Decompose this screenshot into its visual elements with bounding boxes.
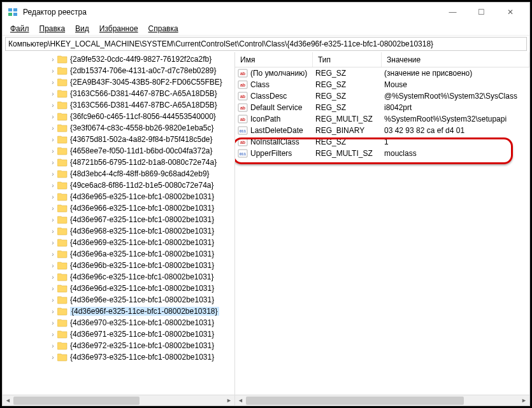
folder-icon (57, 112, 68, 121)
values-list[interactable]: ab(По умолчанию)REG_SZ(значение не присв… (235, 67, 529, 395)
tree-item[interactable]: ›{48721b56-6795-11d2-b1a8-0080c72e74a} (3, 157, 234, 168)
col-header-type[interactable]: Тип (313, 52, 382, 67)
tree-item[interactable]: ›{43675d81-502a-4a82-9f84-b75f418c5de} (3, 134, 234, 145)
chevron-right-icon[interactable]: › (48, 182, 57, 189)
chevron-right-icon[interactable]: › (48, 251, 57, 258)
tree-item[interactable]: ›{4d36e968-e325-11ce-bfc1-08002be1031} (3, 225, 234, 237)
value-row[interactable]: abDefault ServiceREG_SZi8042prt (235, 102, 529, 113)
chevron-right-icon[interactable]: › (48, 56, 57, 63)
tree-item[interactable]: ›{4658ee7e-f050-11d1-b6bd-00c04fa372a} (3, 145, 234, 157)
chevron-right-icon[interactable]: › (48, 239, 57, 246)
tree-item[interactable]: ›{49ce6ac8-6f86-11d2-b1e5-0080c72e74a} (3, 179, 234, 191)
chevron-right-icon[interactable]: › (48, 331, 57, 338)
tree-item[interactable]: ›{48d3ebc4-4cf8-48ff-b869-9c68ad42eb9} (3, 168, 234, 179)
folder-icon (57, 284, 68, 293)
values-pane: Имя Тип Значение ab(По умолчанию)REG_SZ(… (235, 52, 529, 405)
minimize-button[interactable]: — (438, 3, 467, 22)
chevron-right-icon[interactable]: › (48, 159, 57, 166)
tree-item[interactable]: ›{4d36e967-e325-11ce-bfc1-08002be1031} (3, 214, 234, 225)
value-data: (значение не присвоено) (384, 69, 529, 78)
tree-item[interactable]: ›{3163C566-D381-4467-87BC-A65A18D5B} (3, 99, 234, 111)
chevron-right-icon[interactable]: › (48, 113, 57, 120)
chevron-right-icon[interactable]: › (48, 193, 57, 200)
menu-view[interactable]: Вид (70, 23, 94, 34)
chevron-right-icon[interactable]: › (48, 205, 57, 212)
scroll-track[interactable] (246, 395, 519, 406)
chevron-right-icon[interactable]: › (48, 308, 57, 315)
tree-item[interactable]: ›{3163C566-D381-4467-87BC-A65A18D5B} (3, 88, 234, 99)
chevron-right-icon[interactable]: › (48, 216, 57, 223)
registry-tree[interactable]: ›{2a9fe532-0cdc-44f9-9827-76192f2ca2fb}›… (3, 52, 234, 395)
tree-item[interactable]: ›{2db15374-706e-4131-a0c7-d7c78eb0289} (3, 65, 234, 76)
chevron-right-icon[interactable]: › (48, 285, 57, 292)
tree-item[interactable]: ›{36fc9e60-c465-11cf-8056-444553540000} (3, 111, 234, 122)
tree-item[interactable]: ›{4d36e972-e325-11ce-bfc1-08002be1031} (3, 340, 234, 351)
value-row[interactable]: abClassREG_SZMouse (235, 79, 529, 90)
value-row[interactable]: 011LastDeleteDateREG_BINARY03 42 93 82 c… (235, 125, 529, 136)
chevron-right-icon[interactable]: › (48, 297, 57, 304)
address-bar[interactable]: Компьютер\HKEY_LOCAL_MACHINE\SYSTEM\Curr… (5, 37, 527, 51)
tree-item[interactable]: ›{4d36e96e-e325-11ce-bfc1-08002be1031} (3, 294, 234, 306)
tree-item-label: {3e3f0674-c83c-4558-bb26-9820e1eba5c} (70, 123, 214, 132)
tree-pane: ›{2a9fe532-0cdc-44f9-9827-76192f2ca2fb}›… (3, 52, 235, 405)
chevron-right-icon[interactable]: › (48, 354, 57, 361)
chevron-right-icon[interactable]: › (48, 274, 57, 281)
tree-item[interactable]: ›{2a9fe532-0cdc-44f9-9827-76192f2ca2fb} (3, 53, 234, 65)
chevron-right-icon[interactable]: › (48, 148, 57, 155)
scroll-thumb[interactable] (246, 397, 464, 405)
value-data: i8042prt (384, 103, 529, 112)
col-header-name[interactable]: Имя (235, 52, 313, 67)
menu-help[interactable]: Справка (143, 23, 183, 34)
tree-hscrollbar[interactable]: ◄ ► (3, 395, 234, 405)
value-row[interactable]: ab(По умолчанию)REG_SZ(значение не присв… (235, 67, 529, 79)
scroll-right-icon[interactable]: ► (519, 395, 529, 406)
tree-item-label: {3163C566-D381-4467-87BC-A65A18D5B} (70, 89, 217, 98)
close-button[interactable]: ✕ (496, 3, 524, 22)
scroll-left-icon[interactable]: ◄ (3, 395, 13, 406)
chevron-right-icon[interactable]: › (48, 136, 57, 143)
chevron-right-icon[interactable]: › (48, 79, 57, 86)
tree-item[interactable]: ›{4d36e965-e325-11ce-bfc1-08002be1031} (3, 191, 234, 202)
value-row[interactable]: abIconPathREG_MULTI_SZ%SystemRoot%\Syste… (235, 113, 529, 125)
scroll-track[interactable] (13, 395, 224, 406)
tree-item[interactable]: ›{4d36e970-e325-11ce-bfc1-08002be1031} (3, 317, 234, 328)
chevron-right-icon[interactable]: › (48, 67, 57, 74)
chevron-right-icon[interactable]: › (48, 102, 57, 109)
folder-icon (57, 192, 68, 201)
scroll-left-icon[interactable]: ◄ (235, 395, 246, 406)
svg-text:ab: ab (240, 83, 245, 87)
col-header-data[interactable]: Значение (382, 52, 529, 67)
chevron-right-icon[interactable]: › (48, 342, 57, 349)
tree-item-label: {4d36e96d-e325-11ce-bfc1-08002be1031} (70, 284, 214, 293)
list-hscrollbar[interactable]: ◄ ► (235, 395, 529, 405)
maximize-button[interactable]: ☐ (467, 3, 496, 22)
menu-favorites[interactable]: Избранное (94, 23, 143, 34)
tree-item[interactable]: ›{4d36e96c-e325-11ce-bfc1-08002be1031} (3, 271, 234, 283)
tree-item[interactable]: ›{4d36e96a-e325-11ce-bfc1-08002be1031} (3, 248, 234, 260)
menu-file[interactable]: Файл (5, 23, 34, 34)
titlebar[interactable]: Редактор реестра — ☐ ✕ (3, 3, 529, 22)
chevron-right-icon[interactable]: › (48, 125, 57, 132)
chevron-right-icon[interactable]: › (48, 90, 57, 97)
menu-edit[interactable]: Правка (34, 23, 71, 34)
tree-item-label: {4d36e971-e325-11ce-bfc1-08002be1031} (70, 330, 214, 339)
chevron-right-icon[interactable]: › (48, 262, 57, 269)
tree-item[interactable]: ›{2EA9B43F-3045-43B5-80F2-FD06C55FBE} (3, 76, 234, 88)
tree-item[interactable]: ›{4d36e966-e325-11ce-bfc1-08002be1031} (3, 202, 234, 214)
scroll-thumb[interactable] (13, 397, 140, 405)
tree-item[interactable]: ›{3e3f0674-c83c-4558-bb26-9820e1eba5c} (3, 122, 234, 134)
value-row[interactable]: abNoInstallClassREG_SZ1 (235, 136, 529, 148)
value-row[interactable]: 011UpperFiltersREG_MULTI_SZmouclass (235, 148, 529, 159)
value-row[interactable]: abClassDescREG_SZ@%SystemRoot%\System32\… (235, 90, 529, 102)
chevron-right-icon[interactable]: › (48, 320, 57, 327)
tree-item[interactable]: ›{4d36e96d-e325-11ce-bfc1-08002be1031} (3, 283, 234, 294)
chevron-right-icon[interactable]: › (48, 228, 57, 235)
tree-item[interactable]: ›{4d36e969-e325-11ce-bfc1-08002be1031} (3, 237, 234, 248)
tree-item-label: {4d36e972-e325-11ce-bfc1-08002be1031} (70, 341, 214, 350)
tree-item[interactable]: ›{4d36e971-e325-11ce-bfc1-08002be1031} (3, 328, 234, 340)
tree-item[interactable]: ›{4d36e96b-e325-11ce-bfc1-08002be1031} (3, 260, 234, 271)
tree-item[interactable]: ›{4d36e973-e325-11ce-bfc1-08002be1031} (3, 351, 234, 363)
chevron-right-icon[interactable]: › (48, 171, 57, 178)
scroll-right-icon[interactable]: ► (224, 395, 234, 406)
tree-item[interactable]: ›{4d36e96f-e325-11ce-bfc1-08002be10318} (3, 306, 234, 317)
